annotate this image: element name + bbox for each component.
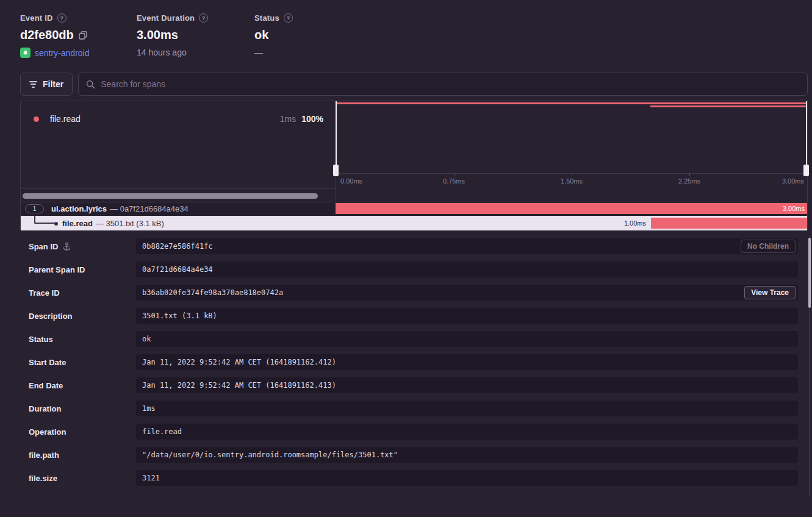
axis-tick: 1.50ms <box>561 177 583 185</box>
legend-duration: 1ms <box>280 114 296 124</box>
detail-key: Trace ID <box>29 288 60 298</box>
search-input[interactable] <box>101 79 800 89</box>
status-sub: — <box>254 48 263 57</box>
detail-value: b36ab020fe374fe98a370ae818e0742a View Tr… <box>136 285 798 301</box>
event-duration-label: Event Duration <box>137 13 195 23</box>
vertical-scrollbar[interactable] <box>808 238 811 308</box>
detail-key: Parent Span ID <box>29 265 85 274</box>
span-op: file.read <box>62 219 93 228</box>
time-axis: 0.00ms 0.75ms 1.50ms 2.25ms 3.00ms <box>336 173 807 188</box>
detail-value: Jan 11, 2022 9:52:42 AM CET (1641891162.… <box>136 354 798 370</box>
detail-key: Status <box>29 335 53 344</box>
span-bar[interactable] <box>651 218 807 229</box>
detail-value: Jan 11, 2022 9:52:42 AM CET (1641891162.… <box>136 377 798 393</box>
span-duration: 1.00ms <box>624 216 646 230</box>
detail-value: 0b882e7e586f41fc No Children <box>136 238 798 254</box>
tree-connector <box>34 216 56 224</box>
span-description-suffix: — 3501.txt (3.1 kB) <box>96 219 164 228</box>
event-id-value: d2fe80db <box>20 28 74 42</box>
view-trace-button[interactable]: View Trace <box>744 286 796 299</box>
detail-row: Operation file.read <box>20 424 798 440</box>
status-value: ok <box>254 28 268 42</box>
minimap-right-handle[interactable] <box>803 101 809 176</box>
legend-percent: 100% <box>301 114 323 124</box>
detail-value: file.read <box>136 424 798 440</box>
detail-key: Operation <box>29 427 66 437</box>
anchor-icon[interactable] <box>63 242 71 251</box>
span-row-selected[interactable]: file.read — 3501.txt (3.1 kB) 1.00ms <box>21 215 807 230</box>
event-id-field: Event ID ? d2fe80db sentry-android <box>20 13 90 58</box>
event-age: 14 hours ago <box>137 48 187 57</box>
detail-key: Start Date <box>29 358 66 367</box>
horizontal-scrollbar[interactable] <box>23 193 318 199</box>
detail-row: file.path "/data/user/0/io.sentry.androi… <box>20 447 798 463</box>
filter-button[interactable]: Filter <box>20 73 73 96</box>
status-field: Status ? ok — <box>254 13 293 57</box>
span-search[interactable] <box>78 73 808 96</box>
legend-operation: file.read <box>50 114 81 124</box>
detail-value: 0a7f21d6684a4e34 <box>136 262 798 277</box>
event-id-label: Event ID <box>20 13 53 23</box>
children-count-pill[interactable]: 1 <box>25 204 44 213</box>
detail-row: Description 3501.txt (3.1 kB) <box>20 308 798 324</box>
axis-tick: 0.00ms <box>340 177 362 185</box>
detail-row: Duration 1ms <box>20 401 798 416</box>
span-bar[interactable]: 3.00ms <box>336 203 807 214</box>
search-icon <box>86 80 95 89</box>
filter-icon <box>29 81 37 88</box>
trace-view-widget: file.read 1ms 100% 0.00ms 0.75ms 1.50ms … <box>20 101 808 230</box>
detail-row: Trace ID b36ab020fe374fe98a370ae818e0742… <box>20 285 798 301</box>
project-link[interactable]: sentry-android <box>35 48 90 58</box>
no-children-button[interactable]: No Children <box>741 240 796 253</box>
axis-tick: 2.25ms <box>678 177 700 185</box>
copy-icon[interactable] <box>79 31 87 40</box>
detail-row: End Date Jan 11, 2022 9:52:42 AM CET (16… <box>20 377 798 393</box>
minimap-left-handle[interactable] <box>333 101 339 176</box>
axis-tick: 0.75ms <box>443 177 465 185</box>
op-color-dot-icon <box>34 116 39 122</box>
detail-value: "/data/user/0/io.sentry.android.roomsamp… <box>136 447 798 463</box>
detail-row: Parent Span ID 0a7f21d6684a4e34 <box>20 262 798 277</box>
event-duration-field: Event Duration ? 3.00ms 14 hours ago <box>137 13 208 57</box>
span-id-suffix: — 0a7f21d6684a4e34 <box>110 204 189 213</box>
detail-value: ok <box>136 331 798 347</box>
help-icon[interactable]: ? <box>57 13 66 23</box>
detail-key: file.size <box>29 474 57 483</box>
detail-row: Status ok <box>20 331 798 347</box>
detail-key: Duration <box>29 404 61 413</box>
detail-value: 3501.txt (3.1 kB) <box>136 308 798 324</box>
span-row-parent[interactable]: 1 ui.action.lyrics — 0a7f21d6684a4e34 3.… <box>21 202 807 215</box>
detail-key: file.path <box>29 451 59 460</box>
trace-minimap[interactable] <box>336 101 807 173</box>
detail-value: 1ms <box>136 401 798 416</box>
event-duration-value: 3.00ms <box>137 28 178 42</box>
span-legend-panel: file.read 1ms 100% <box>21 101 336 188</box>
detail-row: Span ID 0b882e7e586f41fc No Children <box>20 238 798 254</box>
detail-key: Span ID <box>29 242 58 251</box>
span-op: ui.action.lyrics <box>51 204 107 213</box>
spans-toolbar: Filter <box>20 73 808 96</box>
status-label: Status <box>254 13 279 23</box>
detail-key: End Date <box>29 381 63 390</box>
detail-row: Start Date Jan 11, 2022 9:52:42 AM CET (… <box>20 354 798 370</box>
axis-tick: 3.00ms <box>782 177 804 185</box>
help-icon[interactable]: ? <box>199 13 208 23</box>
tree-connector-dot <box>54 222 58 226</box>
android-platform-icon <box>20 48 31 58</box>
span-details-table: Span ID 0b882e7e586f41fc No Children Par… <box>20 238 798 493</box>
minimap-span-bar <box>650 105 806 107</box>
minimap-span-bar <box>336 102 806 104</box>
detail-row: file.size 3121 <box>20 470 798 486</box>
detail-value: 3121 <box>136 470 798 486</box>
detail-key: Description <box>29 312 73 321</box>
tree-scroll-row <box>21 188 336 202</box>
help-icon[interactable]: ? <box>284 13 293 23</box>
span-duration: 3.00ms <box>783 205 805 212</box>
